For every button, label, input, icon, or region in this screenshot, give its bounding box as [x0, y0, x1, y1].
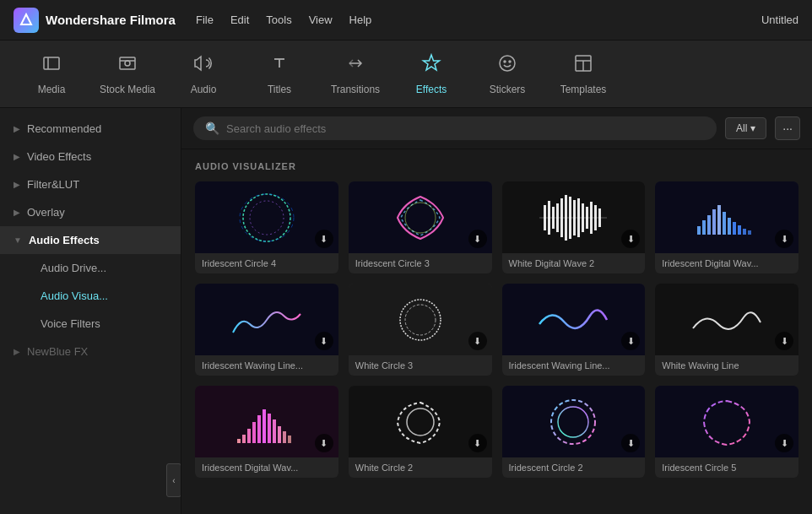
effect-card-white-circle-3[interactable]: ⬇ White Circle 3: [349, 284, 492, 376]
sidebar-item-video-effects[interactable]: ▶ Video Effects: [0, 143, 181, 170]
svg-rect-31: [594, 205, 597, 230]
download-icon-iridescent-circle-2[interactable]: ⬇: [621, 434, 640, 452]
more-options-button[interactable]: ···: [775, 116, 800, 140]
effect-label-iridescent-digital-wave2: Iridescent Digital Wav...: [195, 457, 338, 478]
effect-card-iridescent-digital-wave2[interactable]: ⬇ Iridescent Digital Wav...: [195, 386, 338, 478]
download-icon-white-circle-3[interactable]: ⬇: [468, 332, 487, 350]
effect-thumb-iridescent-waving-line2: ⬇: [502, 284, 646, 355]
sidebar-sub-audio-driven[interactable]: Audio Drive...: [27, 254, 181, 282]
effect-thumb-iridescent-circle-5: ⬇: [655, 386, 798, 457]
filter-button[interactable]: All ▾: [725, 117, 766, 139]
tab-templates[interactable]: Templates: [545, 45, 621, 104]
svg-point-17: [405, 203, 436, 233]
effect-card-white-waving-line[interactable]: ⬇ White Waving Line: [655, 284, 798, 376]
search-icon: 🔍: [205, 122, 219, 135]
svg-point-9: [504, 61, 506, 62]
effect-label-iridescent-circle-5: Iridescent Circle 5: [655, 457, 798, 478]
svg-point-59: [558, 407, 588, 437]
menu-edit[interactable]: Edit: [230, 14, 249, 26]
download-icon-iridescent-circle-3[interactable]: ⬇: [468, 230, 487, 248]
svg-rect-43: [748, 230, 751, 235]
effect-label-white-circle-3: White Circle 3: [349, 355, 492, 376]
svg-rect-40: [733, 222, 736, 235]
download-icon-iridescent-waving-line2[interactable]: ⬇: [621, 332, 640, 350]
tab-audio-label: Audio: [191, 84, 217, 95]
svg-marker-0: [21, 14, 31, 24]
download-icon-white-circle-2[interactable]: ⬇: [468, 434, 487, 452]
effect-card-iridescent-waving-line1[interactable]: ⬇ Iridescent Waving Line...: [195, 284, 338, 376]
effect-card-iridescent-digital-wave[interactable]: ⬇ Iridescent Digital Wav...: [655, 181, 798, 273]
sidebar-sub-voice-filters[interactable]: Voice Filters: [27, 310, 181, 338]
effect-thumb-iridescent-digital-wave: ⬇: [655, 181, 798, 253]
tab-effects[interactable]: Effects: [393, 45, 469, 104]
effect-card-iridescent-circle-4[interactable]: ⬇ Iridescent Circle 4: [195, 181, 338, 273]
svg-rect-55: [283, 431, 286, 443]
svg-rect-23: [560, 198, 563, 237]
effect-card-iridescent-circle-2[interactable]: ⬇ Iridescent Circle 2: [502, 386, 646, 478]
download-icon-iridescent-digital-wave2[interactable]: ⬇: [315, 434, 333, 452]
svg-rect-30: [590, 202, 593, 234]
effect-card-iridescent-waving-line2[interactable]: ⬇ Iridescent Waving Line...: [502, 284, 646, 376]
search-input[interactable]: [226, 122, 705, 135]
effect-thumb-iridescent-circle-4: ⬇: [195, 181, 338, 253]
sidebar-item-filter-lut[interactable]: ▶ Filter&LUT: [0, 170, 181, 198]
download-icon-iridescent-digital-wave[interactable]: ⬇: [775, 230, 793, 248]
effect-label-iridescent-waving-line1: Iridescent Waving Line...: [195, 355, 338, 376]
effect-card-white-digital-wave[interactable]: ⬇ White Digital Wave 2: [502, 181, 646, 273]
svg-rect-24: [565, 195, 567, 241]
menu-file[interactable]: File: [196, 14, 214, 26]
sidebar-item-newblue-fx[interactable]: ▶ NewBlue FX: [0, 338, 181, 365]
tab-media[interactable]: Media: [14, 45, 89, 104]
audio-icon: [193, 53, 214, 78]
download-icon-iridescent-circle-4[interactable]: ⬇: [315, 230, 333, 248]
effect-thumb-iridescent-circle-3: ⬇: [349, 181, 492, 253]
menu-bar: File Edit Tools View Help: [196, 14, 761, 26]
download-icon-white-waving-line[interactable]: ⬇: [775, 332, 793, 350]
effects-grid-area: AUDIO VISUALIZER ⬇ Iridescent Circle 4: [181, 149, 812, 514]
tab-transitions[interactable]: Transitions: [317, 45, 393, 104]
download-icon-iridescent-circle-5[interactable]: ⬇: [775, 434, 793, 452]
nav-tabs: Media Stock Media Audio Ti: [0, 41, 812, 108]
menu-help[interactable]: Help: [349, 14, 372, 26]
stickers-icon: [497, 53, 517, 78]
effects-icon: [421, 53, 441, 78]
chevron-right-icon: ▶: [14, 208, 20, 217]
content-area: 🔍 All ▾ ··· AUDIO VISUALIZER: [181, 108, 812, 514]
svg-rect-27: [577, 198, 580, 237]
svg-point-57: [407, 408, 434, 436]
effect-label-iridescent-circle-4: Iridescent Circle 4: [195, 253, 338, 273]
svg-rect-3: [120, 57, 135, 69]
tab-audio[interactable]: Audio: [165, 45, 241, 104]
effect-card-iridescent-circle-3[interactable]: ⬇ Iridescent Circle 3: [349, 181, 492, 273]
sidebar-collapse-button[interactable]: ‹: [166, 463, 181, 497]
svg-rect-1: [44, 57, 59, 69]
chevron-down-icon: ▼: [14, 235, 22, 245]
templates-icon: [573, 53, 593, 78]
tab-titles[interactable]: Titles: [241, 45, 317, 104]
window-title: Untitled: [761, 14, 798, 26]
effect-thumb-iridescent-digital-wave2: ⬇: [195, 386, 338, 457]
svg-point-4: [125, 61, 130, 66]
download-icon-iridescent-waving-line1[interactable]: ⬇: [315, 332, 333, 350]
sidebar-item-recommended[interactable]: ▶ Recommended: [0, 115, 181, 143]
search-bar: 🔍 All ▾ ···: [181, 108, 812, 149]
svg-rect-49: [252, 422, 256, 443]
menu-tools[interactable]: Tools: [266, 14, 291, 26]
tab-stock-media[interactable]: Stock Media: [89, 45, 165, 104]
sidebar-item-audio-effects[interactable]: ▼ Audio Effects: [0, 226, 181, 254]
tab-stickers[interactable]: Stickers: [469, 45, 545, 104]
download-icon-white-digital-wave[interactable]: ⬇: [621, 230, 640, 248]
svg-rect-41: [738, 225, 741, 235]
effect-label-iridescent-circle-2: Iridescent Circle 2: [502, 457, 646, 478]
menu-view[interactable]: View: [309, 14, 333, 26]
effect-grid: ⬇ Iridescent Circle 4 ⬇ Iridescent C: [195, 181, 798, 478]
sidebar-item-overlay[interactable]: ▶ Overlay: [0, 198, 181, 226]
sidebar-sub-audio-visualizer[interactable]: Audio Visua...: [27, 282, 181, 310]
effect-card-iridescent-circle-5[interactable]: ⬇ Iridescent Circle 5: [655, 386, 798, 478]
svg-rect-37: [717, 205, 721, 235]
effect-label-iridescent-circle-3: Iridescent Circle 3: [349, 253, 492, 273]
topbar: Wondershare Filmora File Edit Tools View…: [0, 0, 812, 41]
svg-rect-53: [273, 419, 276, 443]
effect-thumb-iridescent-waving-line1: ⬇: [195, 284, 338, 355]
effect-card-white-circle-2[interactable]: ⬇ White Circle 2: [349, 386, 492, 478]
